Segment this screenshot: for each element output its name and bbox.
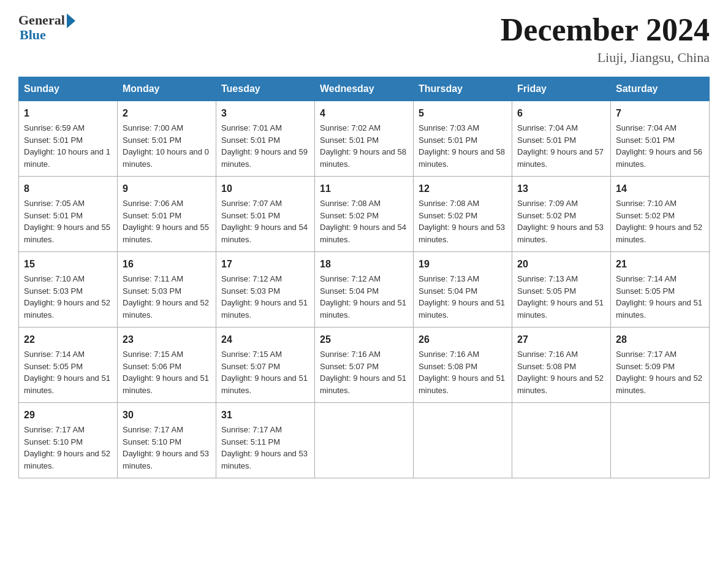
- day-number: 12: [419, 182, 507, 196]
- calendar-cell: 14Sunrise: 7:10 AMSunset: 5:02 PMDayligh…: [611, 177, 710, 252]
- day-info: Sunrise: 7:17 AMSunset: 5:11 PMDaylight:…: [221, 424, 309, 472]
- calendar-cell: 16Sunrise: 7:11 AMSunset: 5:03 PMDayligh…: [118, 252, 216, 327]
- logo-blue-text: Blue: [20, 27, 46, 43]
- day-info: Sunrise: 7:01 AMSunset: 5:01 PMDaylight:…: [221, 122, 309, 170]
- day-number: 6: [517, 106, 605, 121]
- calendar-cell: 15Sunrise: 7:10 AMSunset: 5:03 PMDayligh…: [19, 252, 118, 327]
- day-info: Sunrise: 7:17 AMSunset: 5:10 PMDaylight:…: [24, 424, 112, 472]
- day-info: Sunrise: 7:16 AMSunset: 5:08 PMDaylight:…: [517, 348, 605, 396]
- day-number: 21: [616, 257, 704, 272]
- calendar-cell: 7Sunrise: 7:04 AMSunset: 5:01 PMDaylight…: [611, 101, 710, 177]
- calendar-body: 1Sunrise: 6:59 AMSunset: 5:01 PMDaylight…: [19, 101, 710, 478]
- header-cell-thursday: Thursday: [414, 77, 512, 101]
- calendar-week-row: 15Sunrise: 7:10 AMSunset: 5:03 PMDayligh…: [19, 252, 710, 327]
- calendar-cell: [315, 403, 414, 478]
- day-number: 4: [320, 106, 408, 121]
- header-cell-saturday: Saturday: [611, 77, 710, 101]
- calendar-week-row: 1Sunrise: 6:59 AMSunset: 5:01 PMDaylight…: [19, 101, 710, 177]
- calendar-cell: 13Sunrise: 7:09 AMSunset: 5:02 PMDayligh…: [512, 177, 611, 252]
- day-info: Sunrise: 7:05 AMSunset: 5:01 PMDaylight:…: [24, 197, 112, 245]
- calendar-cell: 4Sunrise: 7:02 AMSunset: 5:01 PMDaylight…: [315, 101, 414, 177]
- day-info: Sunrise: 7:10 AMSunset: 5:03 PMDaylight:…: [24, 273, 112, 321]
- calendar-week-row: 29Sunrise: 7:17 AMSunset: 5:10 PMDayligh…: [19, 403, 710, 478]
- day-info: Sunrise: 7:15 AMSunset: 5:06 PMDaylight:…: [123, 348, 211, 396]
- day-info: Sunrise: 7:02 AMSunset: 5:01 PMDaylight:…: [320, 122, 408, 170]
- day-info: Sunrise: 7:08 AMSunset: 5:02 PMDaylight:…: [419, 197, 507, 245]
- day-info: Sunrise: 7:07 AMSunset: 5:01 PMDaylight:…: [221, 197, 309, 245]
- calendar-cell: 26Sunrise: 7:16 AMSunset: 5:08 PMDayligh…: [414, 327, 512, 403]
- day-info: Sunrise: 7:06 AMSunset: 5:01 PMDaylight:…: [123, 197, 211, 245]
- day-number: 3: [221, 106, 309, 121]
- calendar-cell: 24Sunrise: 7:15 AMSunset: 5:07 PMDayligh…: [216, 327, 315, 403]
- calendar-week-row: 8Sunrise: 7:05 AMSunset: 5:01 PMDaylight…: [19, 177, 710, 252]
- header-cell-sunday: Sunday: [19, 77, 118, 101]
- day-number: 11: [320, 182, 408, 196]
- calendar-cell: 1Sunrise: 6:59 AMSunset: 5:01 PMDaylight…: [19, 101, 118, 177]
- day-number: 5: [419, 106, 507, 121]
- day-number: 22: [24, 332, 112, 347]
- day-info: Sunrise: 7:17 AMSunset: 5:09 PMDaylight:…: [616, 348, 704, 396]
- day-number: 25: [320, 332, 408, 347]
- day-info: Sunrise: 7:12 AMSunset: 5:03 PMDaylight:…: [221, 273, 309, 321]
- day-number: 29: [24, 408, 112, 423]
- calendar-cell: 20Sunrise: 7:13 AMSunset: 5:05 PMDayligh…: [512, 252, 611, 327]
- page-header: General Blue December 2024 Liuji, Jiangs…: [18, 12, 710, 66]
- title-block: December 2024 Liuji, Jiangsu, China: [501, 12, 710, 66]
- calendar-cell: 11Sunrise: 7:08 AMSunset: 5:02 PMDayligh…: [315, 177, 414, 252]
- day-info: Sunrise: 7:13 AMSunset: 5:05 PMDaylight:…: [517, 273, 605, 321]
- calendar-cell: 30Sunrise: 7:17 AMSunset: 5:10 PMDayligh…: [118, 403, 216, 478]
- day-number: 26: [419, 332, 507, 347]
- day-number: 16: [123, 257, 211, 272]
- day-info: Sunrise: 7:17 AMSunset: 5:10 PMDaylight:…: [123, 424, 211, 472]
- day-info: Sunrise: 7:14 AMSunset: 5:05 PMDaylight:…: [616, 273, 704, 321]
- calendar-cell: 8Sunrise: 7:05 AMSunset: 5:01 PMDaylight…: [19, 177, 118, 252]
- day-info: Sunrise: 7:00 AMSunset: 5:01 PMDaylight:…: [123, 122, 211, 170]
- day-info: Sunrise: 7:09 AMSunset: 5:02 PMDaylight:…: [517, 197, 605, 245]
- calendar-cell: 21Sunrise: 7:14 AMSunset: 5:05 PMDayligh…: [611, 252, 710, 327]
- header-cell-monday: Monday: [118, 77, 216, 101]
- day-info: Sunrise: 7:15 AMSunset: 5:07 PMDaylight:…: [221, 348, 309, 396]
- day-number: 27: [517, 332, 605, 347]
- calendar-cell: 31Sunrise: 7:17 AMSunset: 5:11 PMDayligh…: [216, 403, 315, 478]
- day-number: 15: [24, 257, 112, 272]
- logo-general-text: General: [18, 12, 65, 28]
- logo: General Blue: [18, 12, 75, 43]
- day-number: 18: [320, 257, 408, 272]
- day-info: Sunrise: 7:16 AMSunset: 5:08 PMDaylight:…: [419, 348, 507, 396]
- day-number: 30: [123, 408, 211, 423]
- calendar-cell: 27Sunrise: 7:16 AMSunset: 5:08 PMDayligh…: [512, 327, 611, 403]
- calendar-cell: 17Sunrise: 7:12 AMSunset: 5:03 PMDayligh…: [216, 252, 315, 327]
- day-info: Sunrise: 7:13 AMSunset: 5:04 PMDaylight:…: [419, 273, 507, 321]
- day-info: Sunrise: 7:14 AMSunset: 5:05 PMDaylight:…: [24, 348, 112, 396]
- calendar-cell: 18Sunrise: 7:12 AMSunset: 5:04 PMDayligh…: [315, 252, 414, 327]
- day-number: 23: [123, 332, 211, 347]
- day-info: Sunrise: 7:04 AMSunset: 5:01 PMDaylight:…: [517, 122, 605, 170]
- day-info: Sunrise: 7:11 AMSunset: 5:03 PMDaylight:…: [123, 273, 211, 321]
- calendar-cell: 12Sunrise: 7:08 AMSunset: 5:02 PMDayligh…: [414, 177, 512, 252]
- calendar-cell: 25Sunrise: 7:16 AMSunset: 5:07 PMDayligh…: [315, 327, 414, 403]
- calendar-cell: 22Sunrise: 7:14 AMSunset: 5:05 PMDayligh…: [19, 327, 118, 403]
- calendar-cell: [611, 403, 710, 478]
- logo-arrow-icon: [67, 13, 75, 28]
- header-row: SundayMondayTuesdayWednesdayThursdayFrid…: [19, 77, 710, 101]
- month-title: December 2024: [501, 12, 710, 47]
- day-info: Sunrise: 7:04 AMSunset: 5:01 PMDaylight:…: [616, 122, 704, 170]
- calendar-cell: 29Sunrise: 7:17 AMSunset: 5:10 PMDayligh…: [19, 403, 118, 478]
- calendar-cell: 19Sunrise: 7:13 AMSunset: 5:04 PMDayligh…: [414, 252, 512, 327]
- calendar-header: SundayMondayTuesdayWednesdayThursdayFrid…: [19, 77, 710, 101]
- day-number: 14: [616, 182, 704, 196]
- day-number: 10: [221, 182, 309, 196]
- day-number: 8: [24, 182, 112, 196]
- calendar-cell: [414, 403, 512, 478]
- header-cell-friday: Friday: [512, 77, 611, 101]
- day-number: 2: [123, 106, 211, 121]
- day-info: Sunrise: 6:59 AMSunset: 5:01 PMDaylight:…: [24, 122, 112, 170]
- day-number: 28: [616, 332, 704, 347]
- day-number: 17: [221, 257, 309, 272]
- day-number: 9: [123, 182, 211, 196]
- day-number: 24: [221, 332, 309, 347]
- location-subtitle: Liuji, Jiangsu, China: [501, 50, 710, 66]
- day-info: Sunrise: 7:10 AMSunset: 5:02 PMDaylight:…: [616, 197, 704, 245]
- day-info: Sunrise: 7:03 AMSunset: 5:01 PMDaylight:…: [419, 122, 507, 170]
- day-info: Sunrise: 7:12 AMSunset: 5:04 PMDaylight:…: [320, 273, 408, 321]
